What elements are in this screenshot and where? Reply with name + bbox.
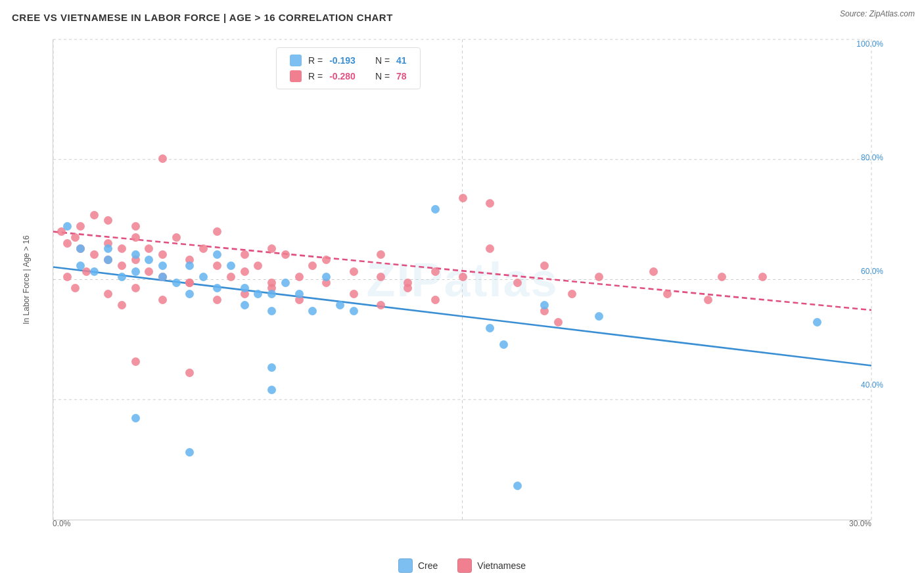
data-dot — [459, 273, 467, 281]
data-dot — [131, 357, 140, 366]
data-dot — [172, 279, 181, 287]
cree-r-label: R = — [308, 55, 323, 66]
cree-n-label: N = — [375, 55, 390, 66]
data-dot — [649, 267, 658, 276]
data-dot — [267, 307, 276, 315]
vietnamese-legend-swatch — [457, 558, 472, 573]
data-dot — [540, 261, 549, 270]
data-dot — [513, 279, 522, 287]
data-dot — [350, 307, 358, 315]
cree-legend-item: Cree — [398, 558, 438, 573]
data-dot — [131, 267, 140, 276]
data-dot — [431, 296, 440, 304]
data-dot — [813, 318, 821, 327]
data-dot — [241, 284, 249, 292]
data-dot — [131, 414, 140, 422]
data-dot — [431, 205, 440, 214]
data-dot — [241, 301, 249, 309]
data-dot — [241, 250, 249, 259]
x-label-30: 30.0% — [849, 519, 871, 528]
data-dot — [131, 233, 140, 242]
data-dot — [90, 267, 99, 276]
y-axis-label: In Labor Force | Age > 16 — [0, 39, 53, 520]
data-dot — [90, 250, 99, 259]
y-label-100: 100.0% — [856, 39, 883, 49]
bottom-legend: Cree Vietnamese — [398, 558, 526, 573]
data-dot — [241, 267, 249, 276]
y-label-80: 80.0% — [861, 153, 883, 162]
data-dot — [63, 239, 72, 248]
data-dot — [704, 296, 712, 304]
source-label: Source: ZipAtlas.com — [840, 9, 915, 18]
data-dot — [104, 290, 112, 298]
cree-legend-label: Cree — [418, 560, 438, 571]
data-dot — [568, 290, 576, 298]
legend-row-vietnamese: R = -0.280 N = 78 — [290, 70, 407, 82]
data-dot — [281, 250, 290, 259]
chart-container: CREE VS VIETNAMESE IN LABOR FORCE | AGE … — [0, 0, 924, 586]
data-dot — [63, 273, 72, 281]
vietnamese-color-box — [290, 70, 302, 82]
data-dot — [131, 222, 140, 231]
y-label-60: 60.0% — [861, 267, 883, 276]
data-dot — [158, 296, 167, 304]
data-dot — [377, 250, 385, 259]
data-dot — [158, 250, 167, 259]
data-dot — [350, 267, 358, 276]
svg-line-8 — [53, 232, 871, 310]
x-label-0: 0.0% — [53, 519, 70, 528]
data-dot — [118, 244, 126, 253]
cree-r-val: -0.193 — [329, 55, 356, 66]
cree-legend-swatch — [398, 558, 413, 573]
y-label-40: 40.0% — [861, 380, 883, 390]
data-dot — [90, 211, 99, 219]
data-dot — [227, 261, 235, 270]
data-dot — [63, 222, 72, 231]
data-dot — [513, 482, 522, 490]
data-dot — [131, 250, 140, 259]
data-dot — [158, 154, 167, 163]
data-dot — [213, 250, 221, 259]
data-dot — [308, 307, 317, 315]
data-dot — [118, 273, 126, 281]
data-dot — [281, 279, 290, 287]
vietnamese-legend-item: Vietnamese — [457, 558, 526, 573]
data-dot — [486, 324, 494, 332]
data-dot — [431, 267, 440, 276]
chart-area: ZIPatlas — [53, 39, 871, 520]
data-dot — [213, 261, 221, 270]
data-dot — [663, 290, 672, 298]
data-dot — [336, 301, 344, 309]
data-dot — [350, 290, 358, 298]
chart-title: CREE VS VIETNAMESE IN LABOR FORCE | AGE … — [12, 12, 393, 23]
data-dot — [118, 301, 126, 309]
data-dot — [554, 318, 563, 327]
data-dot — [172, 233, 181, 242]
cree-color-box — [290, 55, 302, 66]
vietnamese-n-val: 78 — [396, 71, 407, 81]
data-dot — [227, 273, 235, 281]
data-dot — [145, 267, 153, 276]
data-dot — [459, 194, 467, 202]
data-dot — [158, 261, 167, 270]
data-dot — [267, 290, 276, 298]
data-dot — [295, 290, 304, 298]
legend-box: R = -0.193 N = 41 R = -0.280 N = 78 — [276, 47, 421, 89]
data-dot — [267, 363, 276, 372]
data-dot — [718, 273, 726, 281]
data-dot — [118, 261, 126, 270]
data-dot — [213, 296, 221, 304]
vietnamese-r-label: R = — [308, 71, 323, 81]
data-dot — [295, 273, 304, 281]
data-dot — [131, 284, 140, 292]
vietnamese-r-val: -0.280 — [329, 71, 356, 81]
vietnamese-legend-label: Vietnamese — [477, 560, 526, 571]
vietnamese-n-label: N = — [375, 71, 390, 81]
legend-row-cree: R = -0.193 N = 41 — [290, 55, 407, 66]
cree-n-val: 41 — [396, 55, 407, 66]
